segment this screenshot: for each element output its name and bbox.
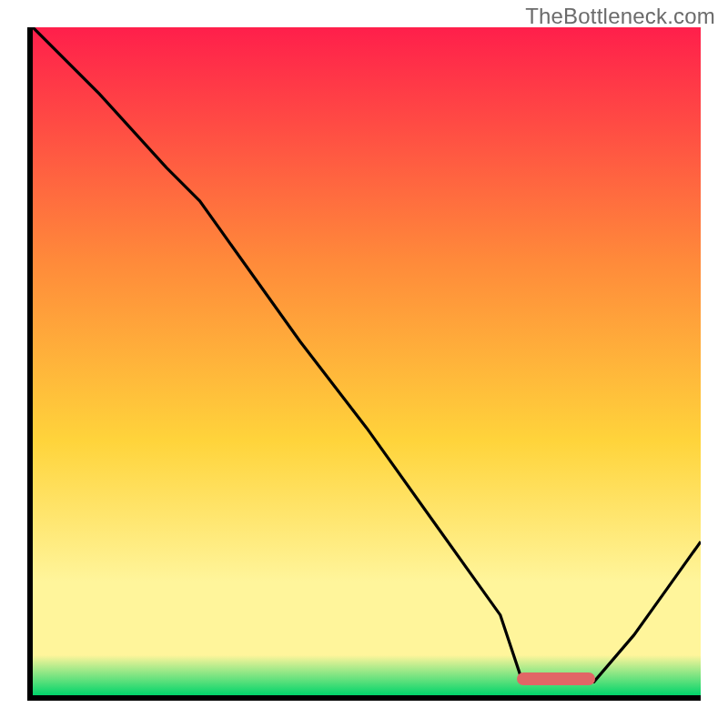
plot-area (33, 27, 701, 695)
watermark-text: TheBottleneck.com (525, 4, 715, 29)
chart-container: TheBottleneck.com (0, 0, 728, 728)
x-axis (27, 695, 701, 701)
bottleneck-curve (33, 27, 701, 695)
optimal-range-marker (517, 672, 595, 685)
y-axis (27, 27, 33, 701)
